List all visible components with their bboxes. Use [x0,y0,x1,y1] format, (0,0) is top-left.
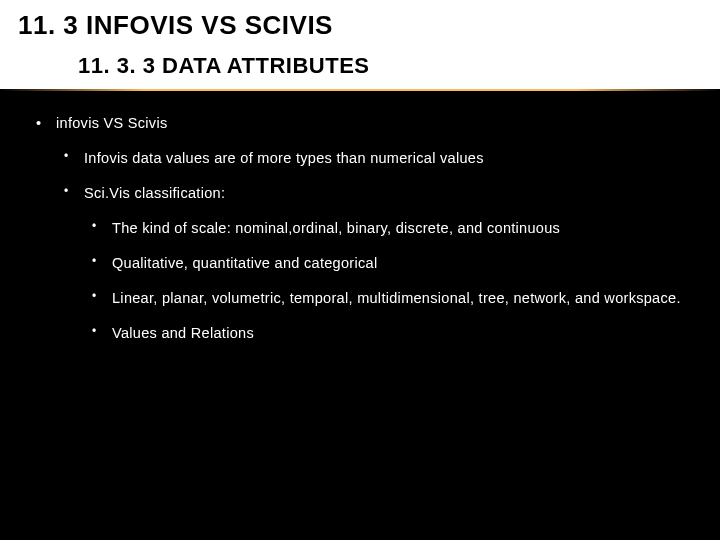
list-item: Values and Relations [84,323,692,344]
subtitle-bar: 11. 3. 3 DATA ATTRIBUTES [0,45,720,89]
bullet-list: The kind of scale: nominal,ordinal, bina… [84,218,692,344]
bullet-text: infovis VS Scivis [56,115,167,131]
bullet-list: Infovis data values are of more types th… [56,148,692,344]
list-item: Sci.Vis classification: The kind of scal… [56,183,692,344]
bullet-text: Sci.Vis classification: [84,185,225,201]
slide-subtitle: 11. 3. 3 DATA ATTRIBUTES [78,53,702,79]
list-item: Linear, planar, volumetric, temporal, mu… [84,288,692,309]
slide-title: 11. 3 INFOVIS VS SCIVIS [18,10,702,41]
list-item: Qualitative, quantitative and categorica… [84,253,692,274]
bullet-text: Infovis data values are of more types th… [84,150,484,166]
list-item: The kind of scale: nominal,ordinal, bina… [84,218,692,239]
slide: 11. 3 INFOVIS VS SCIVIS 11. 3. 3 DATA AT… [0,0,720,540]
bullet-text: Qualitative, quantitative and categorica… [112,255,377,271]
content-area: infovis VS Scivis Infovis data values ar… [0,91,720,344]
list-item: infovis VS Scivis Infovis data values ar… [28,113,692,344]
bullet-list: infovis VS Scivis Infovis data values ar… [28,113,692,344]
title-bar: 11. 3 INFOVIS VS SCIVIS [0,0,720,45]
bullet-text: Values and Relations [112,325,254,341]
list-item: Infovis data values are of more types th… [56,148,692,169]
bullet-text: The kind of scale: nominal,ordinal, bina… [112,220,560,236]
bullet-text: Linear, planar, volumetric, temporal, mu… [112,290,681,306]
